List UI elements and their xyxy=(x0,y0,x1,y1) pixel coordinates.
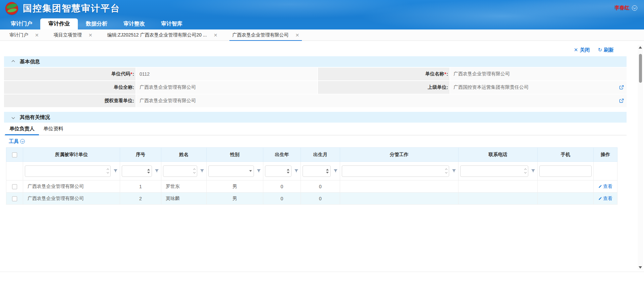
refresh-page-button[interactable]: ↻ 刷新 xyxy=(598,47,614,53)
view-button[interactable]: 查看 xyxy=(598,184,612,190)
user-menu[interactable]: 李春红 xyxy=(614,5,637,11)
page-tab-unit-detail[interactable]: 广西农垦企业管理有限公司 ✕ xyxy=(225,29,307,41)
nav-item-audit-portal[interactable]: 审计门户 xyxy=(3,18,40,29)
table-row[interactable]: 广西农垦企业管理有限公司 1 罗世东 男 0 0 查看 xyxy=(6,181,618,193)
col-header-duty[interactable]: 分管工作 xyxy=(340,148,459,162)
row-checkbox[interactable] xyxy=(12,184,17,189)
nav-item-audit-library[interactable]: 审计智库 xyxy=(153,18,191,29)
cell-tel xyxy=(459,193,538,205)
external-link-icon[interactable] xyxy=(619,98,624,103)
filter-gender-select[interactable] xyxy=(211,168,249,173)
tab-unit-leaders[interactable]: 单位负责人 xyxy=(5,123,39,135)
field-label-parent-unit: 上级单位: xyxy=(318,81,449,94)
field-label-auth-view-unit: 授权查看单位: xyxy=(4,94,136,107)
filter-mobile-input[interactable] xyxy=(542,168,590,173)
filter-funnel-icon[interactable] xyxy=(451,168,457,173)
col-header-tel[interactable]: 联系电话 xyxy=(459,148,538,162)
select-all-cell xyxy=(6,148,23,162)
filter-name-input[interactable] xyxy=(165,168,194,173)
col-header-action: 操作 xyxy=(594,148,618,162)
field-label-unit-fullname: 单位全称: xyxy=(4,81,136,94)
filter-birth-month-input[interactable] xyxy=(305,168,326,173)
unit-fullname-field[interactable]: 广西农垦企业管理有限公司 xyxy=(136,81,317,94)
filter-funnel-icon[interactable] xyxy=(154,168,159,173)
page-tab-audit-portal[interactable]: 审计门户 ✕ xyxy=(2,29,46,41)
external-link-icon[interactable] xyxy=(619,85,624,90)
close-icon[interactable]: ✕ xyxy=(89,33,93,38)
dropdown-arrow-icon[interactable] xyxy=(249,170,252,172)
table-row[interactable]: 广西农垦企业管理有限公司 2 莫咏麟 男 0 0 查看 xyxy=(6,193,618,205)
filter-funnel-icon[interactable] xyxy=(200,168,205,173)
section-title: 基本信息 xyxy=(20,59,40,65)
spinner-arrows-icon[interactable] xyxy=(326,169,329,173)
page-tab-project-mgmt[interactable]: 项目立项管理 ✕ xyxy=(46,29,100,41)
combo-arrows-icon[interactable] xyxy=(107,169,109,173)
col-header-name[interactable]: 姓名 xyxy=(161,148,207,162)
field-label-unit-name: 单位名称*: xyxy=(318,68,449,80)
scrollbar-thumb[interactable] xyxy=(639,54,642,83)
nav-item-audit-work[interactable]: 审计作业 xyxy=(40,18,78,29)
filter-funnel-icon[interactable] xyxy=(531,168,536,173)
other-info-tabs: 单位负责人 单位资料 xyxy=(4,123,627,135)
spinner-arrows-icon[interactable] xyxy=(147,169,150,173)
filter-funnel-icon[interactable] xyxy=(113,168,118,173)
combo-arrows-icon[interactable] xyxy=(445,169,447,173)
tools-menu-button[interactable]: 工具 xyxy=(9,138,25,145)
other-info-header[interactable]: 其他有关情况 xyxy=(4,112,627,123)
page-tab-edit-project[interactable]: 编辑:ZJ202512 广西农垦企业管理有限公司20 ... ✕ xyxy=(100,29,225,41)
page-tab-label: 审计门户 xyxy=(9,32,28,38)
filter-tel-cell xyxy=(459,162,538,181)
tab-unit-documents[interactable]: 单位资料 xyxy=(39,123,68,135)
close-page-button[interactable]: ✕ 关闭 xyxy=(574,47,590,53)
nav-item-audit-rectify[interactable]: 审计整改 xyxy=(115,18,153,29)
cell-unit: 广西农垦企业管理有限公司 xyxy=(23,181,120,193)
col-header-mobile[interactable]: 手机 xyxy=(538,148,594,162)
content-area: ✕ 关闭 ↻ 刷新 基本信息 单位代码*: 0112 单位名称*: 广西农垦企业… xyxy=(0,41,644,272)
filter-action-cell xyxy=(594,162,618,181)
filter-seq-input[interactable] xyxy=(124,168,147,173)
select-all-checkbox[interactable] xyxy=(12,152,17,157)
filter-unit-cell xyxy=(23,162,120,181)
nav-item-data-analysis[interactable]: 数据分析 xyxy=(78,18,115,29)
col-header-birth-month[interactable]: 出生月 xyxy=(301,148,340,162)
cell-action: 查看 xyxy=(594,193,618,205)
spinner-arrows-icon[interactable] xyxy=(287,169,289,173)
filter-birth-year-input[interactable] xyxy=(267,168,287,173)
unit-code-field[interactable]: 0112 xyxy=(136,68,317,80)
combo-arrows-icon[interactable] xyxy=(194,169,195,173)
vertical-scrollbar[interactable] xyxy=(638,45,643,270)
col-header-birth-year[interactable]: 出生年 xyxy=(263,148,301,162)
filter-funnel-icon[interactable] xyxy=(294,168,299,173)
filter-birth-month-cell xyxy=(301,162,340,181)
view-label: 查看 xyxy=(603,196,612,202)
close-icon[interactable]: ✕ xyxy=(295,33,299,38)
unit-name-field[interactable]: 广西农垦企业管理有限公司 xyxy=(450,68,627,80)
col-header-gender[interactable]: 性别 xyxy=(207,148,263,162)
view-button[interactable]: 查看 xyxy=(598,196,612,202)
combo-arrows-icon[interactable] xyxy=(525,169,526,173)
cell-action: 查看 xyxy=(594,181,618,193)
scroll-down-icon[interactable] xyxy=(639,266,642,269)
cell-seq: 1 xyxy=(120,181,161,193)
col-header-unit[interactable]: 所属被审计单位 xyxy=(23,148,120,162)
filter-unit-input[interactable] xyxy=(27,168,107,173)
scroll-up-icon[interactable] xyxy=(639,46,642,49)
filter-tel-input[interactable] xyxy=(463,168,525,173)
close-icon[interactable]: ✕ xyxy=(35,33,39,38)
close-icon[interactable]: ✕ xyxy=(214,33,218,38)
chevron-down-icon xyxy=(20,139,25,144)
main-nav: 审计门户 审计作业 数据分析 审计整改 审计智库 xyxy=(3,18,191,29)
section-title: 其他有关情况 xyxy=(20,114,50,121)
filter-duty-input[interactable] xyxy=(344,168,445,173)
cell-birth-year: 0 xyxy=(263,181,301,193)
row-checkbox[interactable] xyxy=(12,196,17,201)
filter-gender-cell xyxy=(207,162,263,181)
parent-unit-field[interactable]: 广西国控资本运营集团有限责任公司 xyxy=(450,81,627,94)
auth-view-unit-field[interactable]: 广西农垦企业管理有限公司 xyxy=(136,94,627,107)
col-header-seq[interactable]: 序号 xyxy=(120,148,161,162)
basic-info-header[interactable]: 基本信息 xyxy=(4,56,627,67)
cell-mobile xyxy=(538,193,594,205)
filter-funnel-icon[interactable] xyxy=(256,168,261,173)
close-page-label: 关闭 xyxy=(580,47,590,53)
filter-funnel-icon[interactable] xyxy=(333,168,338,173)
